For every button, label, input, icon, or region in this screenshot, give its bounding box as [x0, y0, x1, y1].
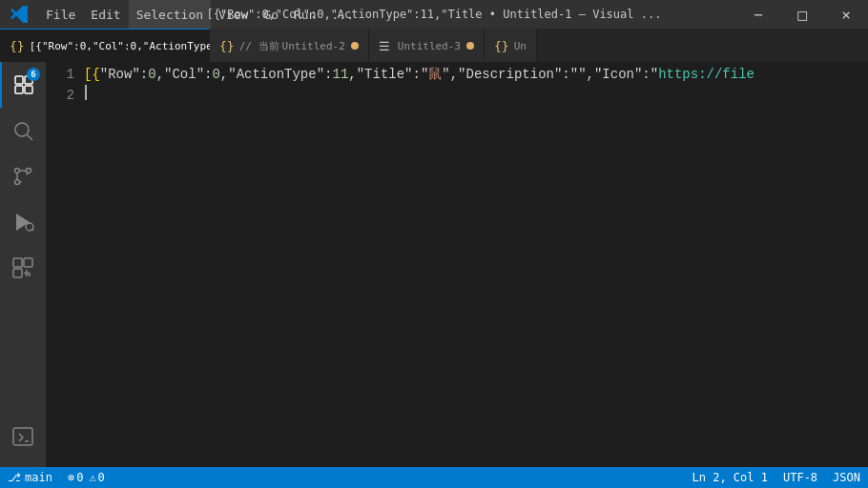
tab-label-partial: Un	[514, 40, 527, 52]
svg-rect-2	[15, 86, 23, 93]
tab-icon: {}	[494, 39, 509, 53]
activity-search[interactable]	[0, 108, 46, 153]
tab-icon: {}	[10, 39, 25, 53]
status-warning-count: 0	[98, 471, 105, 484]
tab-untitled-1[interactable]: {} [{"Row":0,"Col":0,"ActionType":11,"Ti…	[0, 29, 210, 62]
status-position[interactable]: Ln 2, Col 1	[684, 471, 775, 484]
tab-label: // 当前	[239, 39, 279, 53]
status-warning-icon: ⚠	[89, 471, 95, 484]
tab-filename: Untitled-3	[398, 40, 461, 52]
tab-partial[interactable]: {} Un	[485, 29, 537, 62]
status-branch[interactable]: ⎇ main	[0, 467, 60, 488]
menu-more[interactable]: ...	[324, 0, 362, 29]
activity-extensions[interactable]	[0, 245, 46, 291]
code-editor[interactable]: [{"Row":0,"Col":0,"ActionType":11,"Title…	[84, 62, 868, 467]
menu-view[interactable]: View	[211, 0, 256, 29]
cursor	[85, 85, 87, 100]
menu-file[interactable]: File	[38, 0, 83, 29]
tab-icon: ☰	[379, 39, 390, 53]
svg-rect-0	[15, 76, 23, 84]
token: ,"Col":	[156, 64, 213, 85]
tab-bar: {} [{"Row":0,"Col":0,"ActionType":11,"Ti…	[0, 29, 868, 62]
editor-content[interactable]: 1 2 [{"Row":0,"Col":0,"ActionType":11,"T…	[46, 62, 868, 467]
tab-untitled-2[interactable]: {} // 当前 Untitled-2	[210, 29, 369, 62]
svg-point-4	[15, 123, 29, 136]
status-errors[interactable]: ⊗ 0 ⚠ 0	[60, 467, 113, 488]
svg-rect-12	[13, 258, 22, 267]
token: ","Description":"","Icon":"	[442, 64, 658, 85]
token: ,"Title":"	[348, 64, 428, 85]
maximize-button[interactable]: □	[780, 0, 824, 29]
activity-bar: 6	[0, 62, 46, 467]
status-encoding-text: UTF-8	[783, 471, 817, 484]
token: "Row":	[100, 64, 148, 85]
menu-edit[interactable]: Edit	[83, 0, 128, 29]
status-branch-name: main	[25, 471, 52, 484]
svg-point-8	[15, 180, 20, 185]
svg-rect-13	[24, 258, 32, 267]
tab-modified-dot	[351, 42, 359, 50]
minimize-button[interactable]: −	[736, 0, 780, 29]
code-line-1: [{"Row":0,"Col":0,"ActionType":11,"Title…	[84, 64, 868, 85]
tab-filename: Untitled-2	[282, 40, 345, 52]
activity-run[interactable]	[0, 199, 46, 245]
explorer-badge: 6	[27, 68, 40, 81]
status-encoding[interactable]: UTF-8	[775, 471, 825, 484]
menu-go[interactable]: Go	[256, 0, 286, 29]
code-line-2	[84, 85, 868, 100]
line-numbers: 1 2	[46, 62, 84, 467]
main-layout: 6	[0, 62, 868, 467]
window-controls: − □ ×	[736, 0, 868, 29]
status-right: Ln 2, Col 1 UTF-8 JSON	[684, 471, 868, 484]
activity-explorer[interactable]: 6	[0, 62, 46, 108]
status-branch-icon: ⎇	[8, 471, 21, 484]
svg-point-6	[15, 169, 20, 173]
menu-selection[interactable]: Selection	[129, 0, 211, 29]
status-error-count: 0	[76, 471, 83, 484]
tab-untitled-3[interactable]: ☰ Untitled-3	[369, 29, 485, 62]
menu-run[interactable]: Run	[286, 0, 323, 29]
tab-icon: {}	[219, 39, 235, 53]
editor-area: 1 2 [{"Row":0,"Col":0,"ActionType":11,"T…	[46, 62, 868, 467]
vscode-logo-icon	[0, 0, 38, 29]
status-language-text: JSON	[833, 471, 860, 484]
svg-rect-3	[25, 86, 32, 93]
status-error-icon: ⊗	[68, 471, 74, 484]
status-bar: ⎇ main ⊗ 0 ⚠ 0 Ln 2, Col 1 UTF-8 JSON	[0, 467, 868, 488]
svg-marker-9	[16, 214, 30, 231]
token: [{	[84, 64, 100, 85]
tab-modified-dot	[466, 42, 474, 50]
status-language[interactable]: JSON	[825, 471, 868, 484]
svg-rect-14	[13, 269, 22, 277]
token: 0	[148, 64, 155, 85]
activity-terminal[interactable]	[0, 414, 46, 459]
activity-source-control[interactable]	[0, 153, 46, 199]
token: 0	[212, 64, 219, 85]
svg-line-5	[28, 135, 33, 141]
status-position-text: Ln 2, Col 1	[692, 471, 767, 484]
token: 鼠	[428, 64, 442, 85]
title-bar: File Edit Selection View Go Run ... [{"R…	[0, 0, 868, 29]
menu-bar: File Edit Selection View Go Run ...	[0, 0, 362, 29]
close-button[interactable]: ×	[824, 0, 868, 29]
token: ,"ActionType":	[220, 64, 333, 85]
token: https://file	[658, 64, 754, 85]
token: 11	[332, 64, 348, 85]
